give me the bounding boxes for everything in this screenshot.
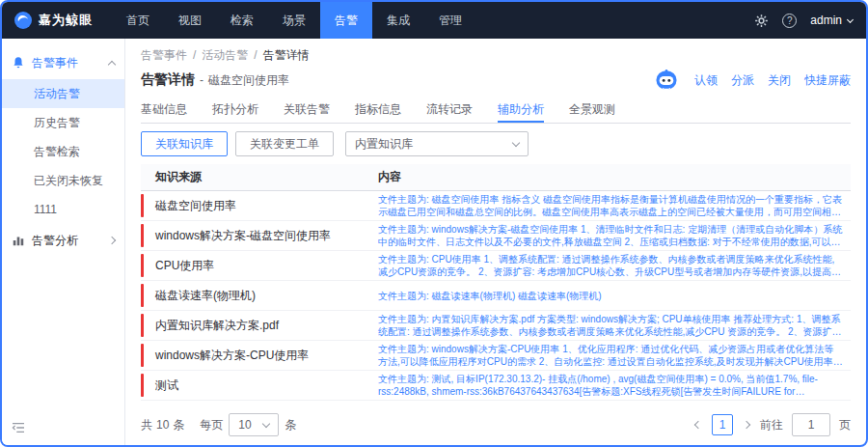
navbar-right: ? admin <box>754 14 853 28</box>
table-row[interactable]: 测试文件主题为: 测试, 目标IP(172.30.13.2)- 挂载点(/hom… <box>141 371 851 401</box>
severity-indicator <box>141 344 144 367</box>
table-row[interactable]: windows解决方案-CPU使用率文件主题为: windows解决方案-CPU… <box>141 341 851 371</box>
knowledge-content-link[interactable]: 文件主题为: windows解决方案-磁盘空间使用率 1、清理临时文件和日志: … <box>372 223 851 248</box>
sidebar-group-alert-analysis[interactable]: 告警分析 <box>2 224 124 257</box>
nav-item[interactable]: 场景 <box>268 2 320 39</box>
nav-item[interactable]: 集成 <box>372 2 424 39</box>
sidebar-item[interactable]: 历史告警 <box>2 108 124 137</box>
chevron-right-icon <box>108 237 116 244</box>
tab[interactable]: 辅助分析 <box>498 97 544 123</box>
tab[interactable]: 指标信息 <box>355 97 401 123</box>
related-knowledge-button[interactable]: 关联知识库 <box>141 131 228 156</box>
page-subtitle: 磁盘空间使用率 <box>208 72 289 89</box>
help-icon[interactable]: ? <box>782 14 797 28</box>
table-row[interactable]: 磁盘读速率(物理机)文件主题为: 磁盘读速率(物理机) 磁盘读速率(物理机) <box>141 281 851 311</box>
table-header: 知识来源 内容 <box>141 164 851 191</box>
goto-page-input[interactable] <box>792 413 830 436</box>
nav-item[interactable]: 视图 <box>164 2 216 39</box>
severity-indicator <box>141 224 144 247</box>
app-window: 嘉为鲸眼 首页视图检索场景告警集成管理 ? admin 告警事件 活动告警 <box>0 0 868 447</box>
sidebar-item[interactable]: 已关闭未恢复 <box>2 166 124 195</box>
nav-menu: 首页视图检索场景告警集成管理 <box>112 2 476 39</box>
tab[interactable]: 流转记录 <box>426 97 473 123</box>
page-number-button[interactable]: 1 <box>712 414 733 435</box>
table-row[interactable]: windows解决方案-磁盘空间使用率文件主题为: windows解决方案-磁盘… <box>141 221 851 251</box>
chevron-down-icon <box>847 15 854 22</box>
per-page-select[interactable]: 10 <box>229 413 279 436</box>
knowledge-content-link[interactable]: 文件主题为: 磁盘空间使用率 指标含义 磁盘空间使用率指标是衡量计算机磁盘使用情… <box>372 193 851 218</box>
sidebar-item[interactable]: 1111 <box>2 195 124 224</box>
username: admin <box>810 14 842 27</box>
severity-indicator <box>141 374 144 397</box>
app-logo[interactable]: 嘉为鲸眼 <box>14 11 93 30</box>
breadcrumb-item[interactable]: 告警事件 <box>141 47 187 64</box>
ai-assistant-button[interactable] <box>654 68 679 93</box>
knowledge-content-link[interactable]: 文件主题为: 内置知识库解决方案.pdf 方案类型: windows解决方案; … <box>372 313 851 338</box>
tab-bar: 基础信息拓扑分析关联告警指标信息流转记录辅助分析全景观测 <box>141 97 851 124</box>
table-row[interactable]: CPU使用率文件主题为: CPU使用率 1、调整系统配置: 通过调整操作系统参数… <box>141 251 851 281</box>
filter-row: 关联知识库 关联变更工单 内置知识库 <box>141 131 851 156</box>
header-action-links: 认领分派关闭快捷屏蔽 <box>694 72 851 89</box>
alert-analysis-icon <box>12 234 25 247</box>
related-change-ticket-button[interactable]: 关联变更工单 <box>235 131 334 156</box>
knowledge-content-link[interactable]: 文件主题为: windows解决方案-CPU使用率 1、优化应用程序: 通过优化… <box>372 343 851 368</box>
title-separator: - <box>200 73 203 87</box>
sidebar-group-alert-events[interactable]: 告警事件 <box>2 46 124 79</box>
knowledge-content-link[interactable]: 文件主题为: 磁盘读速率(物理机) 磁盘读速率(物理机) <box>372 290 851 302</box>
goto-suffix: 页 <box>839 417 851 433</box>
sidebar-item[interactable]: 告警检索 <box>2 137 124 166</box>
severity-indicator <box>141 284 144 307</box>
severity-indicator <box>141 254 144 277</box>
sidebar-item[interactable]: 活动告警 <box>2 79 124 108</box>
logo-text: 嘉为鲸眼 <box>39 12 93 29</box>
per-page-suffix: 条 <box>285 417 296 433</box>
pagination: 共 10 条 每页 10 条 1 前往 页 <box>141 406 851 445</box>
breadcrumb-item: 告警详情 <box>263 47 310 64</box>
tab[interactable]: 全景观测 <box>569 97 615 123</box>
tab[interactable]: 关联告警 <box>284 97 330 123</box>
breadcrumb: 告警事件/活动告警/告警详情 <box>141 46 851 64</box>
tab[interactable]: 拓扑分析 <box>212 97 258 123</box>
nav-item[interactable]: 管理 <box>424 2 476 39</box>
knowledge-source-cell: CPU使用率 <box>141 258 372 274</box>
breadcrumb-separator: / <box>193 48 196 62</box>
settings-icon[interactable] <box>754 14 769 28</box>
nav-item[interactable]: 检索 <box>216 2 268 39</box>
chevron-down-icon <box>262 420 270 428</box>
alert-events-icon <box>12 56 25 70</box>
tab[interactable]: 基础信息 <box>141 97 187 123</box>
sidebar-group-label: 告警分析 <box>32 233 78 249</box>
severity-indicator <box>141 314 144 337</box>
sidebar-collapse-icon[interactable] <box>12 420 25 437</box>
next-page-button[interactable] <box>742 420 751 430</box>
knowledge-source-cell: 内置知识库解决方案.pdf <box>141 318 372 334</box>
total-count-text: 共 10 条 <box>141 417 184 433</box>
title-actions: 认领分派关闭快捷屏蔽 <box>654 68 851 93</box>
breadcrumb-item[interactable]: 活动告警 <box>202 47 248 64</box>
user-menu[interactable]: admin <box>810 14 853 27</box>
knowledge-source-cell: windows解决方案-CPU使用率 <box>141 348 372 364</box>
chevron-up-icon <box>108 60 116 68</box>
header-action-link[interactable]: 快捷屏蔽 <box>804 72 851 89</box>
per-page-label: 每页 <box>200 417 223 433</box>
header-action-link[interactable]: 分派 <box>731 72 754 89</box>
per-page-value: 10 <box>238 418 251 432</box>
column-header-source: 知识来源 <box>141 169 372 185</box>
nav-item[interactable]: 首页 <box>112 2 164 39</box>
prev-page-button[interactable] <box>693 420 703 430</box>
top-navbar: 嘉为鲸眼 首页视图检索场景告警集成管理 ? admin <box>2 2 866 39</box>
knowledge-source-select[interactable]: 内置知识库 <box>345 131 529 156</box>
header-action-link[interactable]: 认领 <box>694 72 718 89</box>
header-action-link[interactable]: 关闭 <box>768 72 791 89</box>
nav-item[interactable]: 告警 <box>320 2 372 39</box>
table-body: 磁盘空间使用率文件主题为: 磁盘空间使用率 指标含义 磁盘空间使用率指标是衡量计… <box>141 191 851 401</box>
page-controls: 1 前往 页 <box>693 413 851 436</box>
page-body: 告警事件 活动告警历史告警告警检索已关闭未恢复1111 告警分析 告警事件/活动… <box>2 39 866 445</box>
page-title: 告警详情 <box>141 71 195 89</box>
knowledge-content-link[interactable]: 文件主题为: CPU使用率 1、调整系统配置: 通过调整操作系统参数、内核参数或… <box>372 253 851 278</box>
table-row[interactable]: 内置知识库解决方案.pdf文件主题为: 内置知识库解决方案.pdf 方案类型: … <box>141 311 851 341</box>
knowledge-content-link[interactable]: 文件主题为: 测试, 目标IP(172.30.13.2)- 挂载点(/home)… <box>372 373 851 398</box>
knowledge-source-cell: 测试 <box>141 377 372 394</box>
select-value: 内置知识库 <box>355 136 413 153</box>
table-row[interactable]: 磁盘空间使用率文件主题为: 磁盘空间使用率 指标含义 磁盘空间使用率指标是衡量计… <box>141 191 851 221</box>
